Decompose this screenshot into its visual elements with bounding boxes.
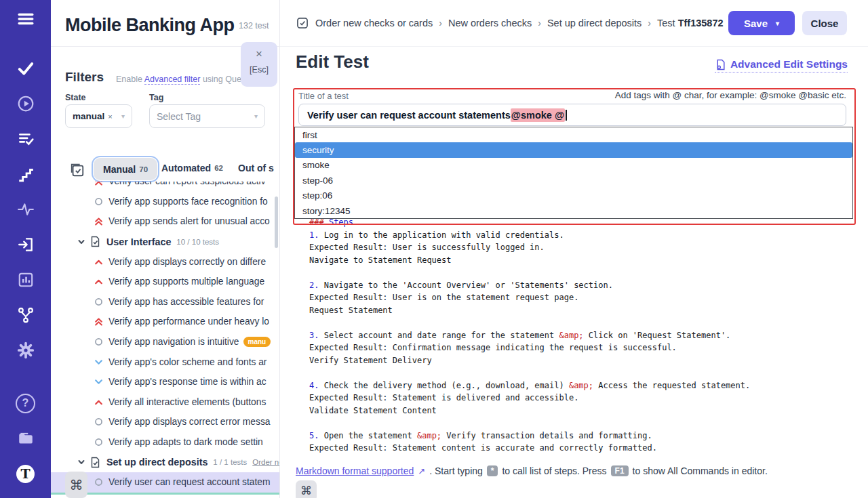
projects-folder-icon[interactable]	[16, 428, 36, 449]
test-title-input[interactable]: Verify user can request account statemen…	[298, 104, 846, 126]
tree-test-row[interactable]: Verify app supports multiple language	[51, 272, 279, 292]
editor-line	[309, 266, 750, 279]
external-link-icon: ↗	[418, 466, 425, 476]
tab-count: 70	[139, 165, 148, 173]
tree-test-row[interactable]: Verify app performance under heavy lo	[51, 312, 279, 332]
tab-manual[interactable]: Manual70	[94, 158, 157, 180]
tree-test-row[interactable]: Verify user can report suspicious activ	[51, 182, 279, 192]
editor-footer: Markdown format supported ↗ . Start typi…	[296, 465, 768, 476]
tag-select[interactable]: Select Tag ▾	[149, 104, 265, 128]
tree-test-row[interactable]: Verify all interactive elements (buttons	[51, 392, 279, 413]
test-title: Verify app displays correctly on differe	[108, 257, 266, 267]
test-title: Verify user can report suspicious activ	[108, 182, 266, 186]
tree-test-row[interactable]: Verify app sends alert for unusual acco	[51, 211, 279, 232]
advanced-filter-link[interactable]: Advanced filter	[144, 75, 201, 85]
tab-out-of-s[interactable]: Out of s	[238, 163, 274, 173]
save-button[interactable]: Save ▾	[728, 11, 795, 35]
close-panel-button[interactable]: × [Esc]	[241, 42, 277, 87]
priority-high-icon	[94, 257, 103, 266]
tree-test-row[interactable]: Verify app has accessible features for	[51, 292, 279, 312]
test-plans-icon[interactable]	[16, 129, 36, 149]
select-all-icon[interactable]	[70, 163, 85, 178]
breadcrumb-current[interactable]: Test Tff135872	[657, 18, 724, 28]
pulse-icon[interactable]	[16, 199, 36, 220]
tag-highlight: @smoke @	[511, 108, 565, 122]
tree-section-row[interactable]: User Interface10 / 10 tests	[51, 232, 279, 252]
priority-high-icon	[94, 398, 103, 407]
tree-test-row[interactable]: Verify app supports face recognition fo	[51, 192, 279, 212]
test-title: Verify app supports face recognition fo	[108, 196, 268, 207]
analytics-icon[interactable]	[16, 270, 36, 290]
close-icon: ×	[241, 48, 277, 60]
command-key-chip[interactable]: ⌘	[296, 480, 317, 498]
tag-suggestion-item[interactable]: step-06	[295, 173, 852, 188]
editor-line: Expected Result: Statement is delivered …	[309, 392, 750, 404]
tag-suggestion-item[interactable]: step:06	[295, 188, 852, 203]
priority-high-icon	[94, 277, 103, 286]
tag-suggestion-item[interactable]: story:12345	[295, 203, 852, 218]
breadcrumb-item[interactable]: Order new checks or cards	[315, 18, 433, 28]
test-title: Verify app performance under heavy lo	[108, 316, 269, 327]
tree-section-row[interactable]: Set up direct deposits1 / 1 testsOrder n…	[51, 452, 279, 472]
editor-line: Expected Result: User is successfully lo…	[309, 241, 750, 254]
priority-normal-icon	[94, 337, 103, 346]
tab-label: Manual	[103, 164, 136, 175]
runs-check-icon[interactable]	[16, 58, 36, 79]
breadcrumb-item[interactable]: New orders checks	[448, 18, 532, 28]
priority-normal-icon	[94, 417, 103, 426]
chevron-down-icon[interactable]: ▾	[776, 20, 779, 27]
import-icon[interactable]	[16, 234, 36, 255]
chevron-down-icon[interactable]	[77, 238, 85, 246]
manual-badge: manu	[243, 337, 271, 347]
tag-suggestion-item[interactable]: security	[295, 142, 852, 157]
state-select[interactable]: manual × ▾	[65, 104, 132, 128]
steps-editor[interactable]: ### Steps1. Log in to the application wi…	[309, 216, 750, 455]
test-title: Verify all interactive elements (buttons	[108, 397, 266, 407]
markdown-supported-link[interactable]: Markdown format supported	[296, 465, 414, 476]
menu-icon[interactable]	[16, 9, 36, 29]
tags-hint: Add tags with @ char, for example: @smok…	[615, 90, 846, 100]
tree-test-row[interactable]: Verify app displays correct error messa	[51, 412, 279, 432]
breadcrumb: Order new checks or cards›New orders che…	[296, 0, 770, 46]
editor-line: Expected Result: Statement content is ac…	[309, 442, 750, 455]
tree-test-row[interactable]: Verify app adapts to dark mode settin	[51, 432, 279, 453]
icon-rail: ?T	[0, 0, 51, 498]
section-link[interactable]: Order ne	[252, 458, 279, 466]
tag-label: Tag	[149, 93, 163, 102]
editor-line: 2. Navigate to the 'Account Overview' or…	[309, 279, 750, 292]
settings-gear-icon[interactable]	[16, 340, 36, 360]
tab-automated[interactable]: Automated62	[161, 163, 223, 173]
page-title: Edit Test	[296, 51, 369, 72]
play-circle-icon[interactable]	[16, 94, 36, 114]
help-icon[interactable]: ?	[16, 393, 36, 413]
document-gear-icon	[715, 59, 726, 70]
breadcrumb-item[interactable]: Set up direct deposits	[547, 18, 642, 28]
chevron-down-icon[interactable]	[77, 458, 85, 466]
editor-line: 3. Select account and date range for the…	[309, 329, 750, 342]
advanced-edit-settings-link[interactable]: Advanced Edit Settings	[715, 58, 848, 72]
state-label: State	[65, 93, 86, 102]
tree-test-row[interactable]: Verify app's response time is within ac	[51, 372, 279, 392]
tree-test-row[interactable]: Verify app navigation is intuitivemanu	[51, 332, 279, 352]
steps-icon[interactable]	[16, 164, 36, 184]
editor-line	[309, 316, 750, 329]
command-key-chip[interactable]: ⌘	[65, 472, 87, 498]
tree-scrollbar[interactable]	[275, 196, 278, 248]
title-text: Verify user can request account statemen…	[307, 110, 511, 121]
test-title: Verify app's color scheme and fonts ar	[108, 357, 267, 367]
tree-test-row[interactable]: Verify app's color scheme and fonts ar	[51, 352, 279, 372]
state-remove-icon[interactable]: ×	[108, 112, 112, 121]
test-title: Verify app sends alert for unusual acco	[108, 216, 270, 226]
tree-test-row[interactable]: Verify app displays correctly on differe	[51, 251, 279, 272]
test-title: Verify app adapts to dark mode settin	[108, 437, 263, 447]
tag-suggestion-item[interactable]: smoke	[295, 158, 852, 173]
editor-line: Validate Statement Content	[309, 404, 750, 417]
project-title: Mobile Banking App	[65, 15, 235, 36]
tag-suggestion-item[interactable]: first	[295, 127, 852, 142]
title-of-test-label: Title of a test	[298, 91, 349, 101]
priority-highest-icon	[94, 317, 103, 326]
close-button[interactable]: Close	[802, 11, 847, 35]
branch-icon[interactable]	[16, 305, 36, 325]
testomat-logo[interactable]: T	[16, 463, 36, 484]
section-count: 10 / 10 tests	[176, 238, 219, 246]
